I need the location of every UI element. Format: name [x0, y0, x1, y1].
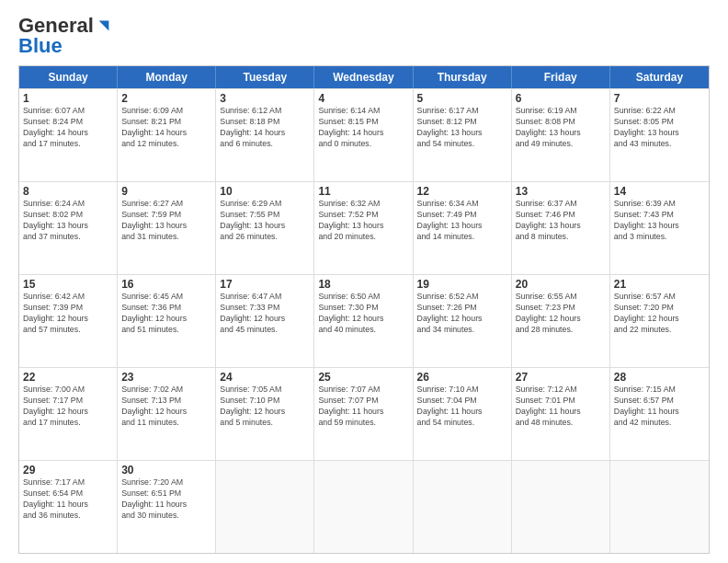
day-info: Sunrise: 7:02 AMSunset: 7:13 PMDaylight:… — [121, 385, 211, 429]
calendar-cell: 22Sunrise: 7:00 AMSunset: 7:17 PMDayligh… — [19, 368, 118, 460]
calendar-cell: 30Sunrise: 7:20 AMSunset: 6:51 PMDayligh… — [118, 461, 216, 553]
day-info: Sunrise: 6:47 AMSunset: 7:33 PMDaylight:… — [220, 292, 310, 336]
day-info: Sunrise: 6:39 AMSunset: 7:43 PMDaylight:… — [614, 199, 705, 243]
day-number: 8 — [23, 185, 113, 198]
day-info: Sunrise: 6:32 AMSunset: 7:52 PMDaylight:… — [318, 199, 408, 243]
day-info: Sunrise: 6:24 AMSunset: 8:02 PMDaylight:… — [23, 199, 113, 243]
calendar-cell: 23Sunrise: 7:02 AMSunset: 7:13 PMDayligh… — [118, 368, 216, 460]
day-number: 10 — [220, 185, 310, 198]
day-number: 27 — [516, 371, 606, 384]
calendar-cell: 6Sunrise: 6:19 AMSunset: 8:08 PMDaylight… — [512, 89, 610, 181]
day-number: 24 — [220, 371, 310, 384]
header: General Blue — [18, 14, 710, 58]
day-number: 26 — [417, 371, 507, 384]
day-info: Sunrise: 6:37 AMSunset: 7:46 PMDaylight:… — [516, 199, 606, 243]
logo-blue-text: Blue — [18, 34, 63, 58]
day-info: Sunrise: 7:20 AMSunset: 6:51 PMDaylight:… — [121, 477, 211, 522]
day-number: 15 — [23, 278, 113, 291]
day-number: 7 — [614, 92, 705, 105]
day-number: 2 — [121, 92, 211, 105]
day-info: Sunrise: 6:45 AMSunset: 7:36 PMDaylight:… — [121, 292, 211, 336]
calendar-header-cell: Friday — [512, 66, 610, 88]
day-number: 21 — [614, 278, 705, 291]
day-number: 13 — [516, 185, 606, 198]
calendar-header-cell: Tuesday — [216, 66, 314, 88]
calendar-cell: 7Sunrise: 6:22 AMSunset: 8:05 PMDaylight… — [610, 89, 709, 181]
calendar-row: 1Sunrise: 6:07 AMSunset: 8:24 PMDaylight… — [19, 88, 709, 181]
day-number: 14 — [614, 185, 705, 198]
day-number: 5 — [417, 92, 507, 105]
calendar-cell: 21Sunrise: 6:57 AMSunset: 7:20 PMDayligh… — [610, 275, 709, 367]
day-info: Sunrise: 7:15 AMSunset: 6:57 PMDaylight:… — [614, 385, 705, 429]
day-info: Sunrise: 6:42 AMSunset: 7:39 PMDaylight:… — [23, 292, 113, 336]
day-info: Sunrise: 6:57 AMSunset: 7:20 PMDaylight:… — [614, 292, 705, 336]
calendar-cell: 12Sunrise: 6:34 AMSunset: 7:49 PMDayligh… — [414, 182, 512, 274]
day-info: Sunrise: 6:09 AMSunset: 8:21 PMDaylight:… — [121, 106, 211, 150]
day-info: Sunrise: 7:07 AMSunset: 7:07 PMDaylight:… — [318, 385, 408, 429]
day-number: 22 — [23, 371, 113, 384]
calendar-cell: 28Sunrise: 7:15 AMSunset: 6:57 PMDayligh… — [610, 368, 709, 460]
day-number: 6 — [516, 92, 606, 105]
day-info: Sunrise: 6:14 AMSunset: 8:15 PMDaylight:… — [318, 106, 408, 150]
calendar-cell: 20Sunrise: 6:55 AMSunset: 7:23 PMDayligh… — [512, 275, 610, 367]
calendar-row: 15Sunrise: 6:42 AMSunset: 7:39 PMDayligh… — [19, 274, 709, 367]
day-info: Sunrise: 7:05 AMSunset: 7:10 PMDaylight:… — [220, 385, 310, 429]
day-info: Sunrise: 7:17 AMSunset: 6:54 PMDaylight:… — [23, 477, 113, 522]
day-number: 30 — [121, 464, 211, 477]
calendar: SundayMondayTuesdayWednesdayThursdayFrid… — [18, 65, 710, 554]
calendar-cell: 11Sunrise: 6:32 AMSunset: 7:52 PMDayligh… — [314, 182, 413, 274]
day-info: Sunrise: 6:50 AMSunset: 7:30 PMDaylight:… — [318, 292, 408, 336]
calendar-cell: 29Sunrise: 7:17 AMSunset: 6:54 PMDayligh… — [19, 461, 118, 553]
calendar-body: 1Sunrise: 6:07 AMSunset: 8:24 PMDaylight… — [19, 88, 709, 553]
calendar-cell: 25Sunrise: 7:07 AMSunset: 7:07 PMDayligh… — [314, 368, 413, 460]
day-number: 4 — [318, 92, 408, 105]
calendar-cell: 8Sunrise: 6:24 AMSunset: 8:02 PMDaylight… — [19, 182, 118, 274]
calendar-cell — [314, 461, 413, 553]
day-info: Sunrise: 6:19 AMSunset: 8:08 PMDaylight:… — [516, 106, 606, 150]
calendar-cell: 19Sunrise: 6:52 AMSunset: 7:26 PMDayligh… — [414, 275, 512, 367]
svg-marker-0 — [99, 21, 109, 31]
calendar-cell: 9Sunrise: 6:27 AMSunset: 7:59 PMDaylight… — [118, 182, 216, 274]
day-number: 1 — [23, 92, 113, 105]
calendar-cell: 5Sunrise: 6:17 AMSunset: 8:12 PMDaylight… — [414, 89, 512, 181]
day-number: 29 — [23, 464, 113, 477]
calendar-cell: 15Sunrise: 6:42 AMSunset: 7:39 PMDayligh… — [19, 275, 118, 367]
logo-arrow-icon — [96, 17, 112, 34]
calendar-cell — [610, 461, 709, 553]
day-info: Sunrise: 6:22 AMSunset: 8:05 PMDaylight:… — [614, 106, 705, 150]
calendar-cell: 10Sunrise: 6:29 AMSunset: 7:55 PMDayligh… — [216, 182, 314, 274]
calendar-cell: 4Sunrise: 6:14 AMSunset: 8:15 PMDaylight… — [314, 89, 413, 181]
logo: General Blue — [18, 14, 112, 58]
day-info: Sunrise: 6:55 AMSunset: 7:23 PMDaylight:… — [516, 292, 606, 336]
calendar-row: 29Sunrise: 7:17 AMSunset: 6:54 PMDayligh… — [19, 460, 709, 553]
calendar-cell: 1Sunrise: 6:07 AMSunset: 8:24 PMDaylight… — [19, 89, 118, 181]
calendar-header-cell: Wednesday — [314, 66, 413, 88]
day-number: 23 — [121, 371, 211, 384]
day-number: 12 — [417, 185, 507, 198]
calendar-cell: 3Sunrise: 6:12 AMSunset: 8:18 PMDaylight… — [216, 89, 314, 181]
calendar-row: 8Sunrise: 6:24 AMSunset: 8:02 PMDaylight… — [19, 181, 709, 274]
day-number: 3 — [220, 92, 310, 105]
day-info: Sunrise: 7:00 AMSunset: 7:17 PMDaylight:… — [23, 385, 113, 429]
calendar-cell — [216, 461, 314, 553]
calendar-cell: 18Sunrise: 6:50 AMSunset: 7:30 PMDayligh… — [314, 275, 413, 367]
day-info: Sunrise: 6:29 AMSunset: 7:55 PMDaylight:… — [220, 199, 310, 243]
day-number: 28 — [614, 371, 705, 384]
day-number: 19 — [417, 278, 507, 291]
calendar-cell: 2Sunrise: 6:09 AMSunset: 8:21 PMDaylight… — [118, 89, 216, 181]
day-info: Sunrise: 7:10 AMSunset: 7:04 PMDaylight:… — [417, 385, 507, 429]
day-info: Sunrise: 6:34 AMSunset: 7:49 PMDaylight:… — [417, 199, 507, 243]
day-number: 16 — [121, 278, 211, 291]
calendar-header: SundayMondayTuesdayWednesdayThursdayFrid… — [19, 66, 709, 88]
day-number: 18 — [318, 278, 408, 291]
calendar-header-cell: Saturday — [610, 66, 709, 88]
calendar-cell — [414, 461, 512, 553]
day-number: 20 — [516, 278, 606, 291]
day-info: Sunrise: 6:12 AMSunset: 8:18 PMDaylight:… — [220, 106, 310, 150]
calendar-cell: 17Sunrise: 6:47 AMSunset: 7:33 PMDayligh… — [216, 275, 314, 367]
calendar-cell: 24Sunrise: 7:05 AMSunset: 7:10 PMDayligh… — [216, 368, 314, 460]
calendar-row: 22Sunrise: 7:00 AMSunset: 7:17 PMDayligh… — [19, 367, 709, 460]
calendar-cell: 26Sunrise: 7:10 AMSunset: 7:04 PMDayligh… — [414, 368, 512, 460]
calendar-cell — [512, 461, 610, 553]
calendar-cell: 27Sunrise: 7:12 AMSunset: 7:01 PMDayligh… — [512, 368, 610, 460]
